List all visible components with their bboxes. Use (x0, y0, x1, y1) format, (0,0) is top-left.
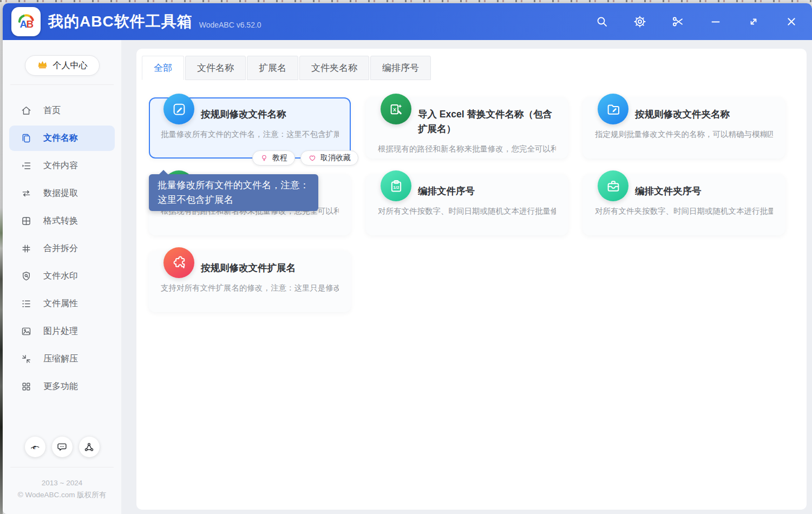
lightbulb-icon (260, 154, 269, 162)
app-version: WodeABC v6.52.0 (199, 21, 261, 29)
personal-center-button[interactable]: 个人中心 (25, 55, 100, 76)
sidebar-item-data-extract[interactable]: 数据提取 (9, 181, 115, 206)
titlebar-actions (595, 15, 812, 28)
pill-label: 教程 (272, 153, 287, 163)
card-description: 对所有文件夹按数字、时间日期或随机文本进行批量 (595, 206, 773, 216)
puzzle-edit-icon (163, 247, 194, 278)
share-button[interactable] (79, 437, 100, 457)
home-icon (21, 105, 32, 116)
app-title: 我的ABC软件工具箱 (48, 11, 193, 32)
sidebar-item-label: 文件水印 (43, 271, 78, 282)
tooltip-line-1: 批量修改所有文件的文件名，注意： (158, 178, 310, 193)
sidebar-item-label: 首页 (43, 105, 61, 116)
heart-icon (308, 154, 317, 162)
sidebar-item-more-features[interactable]: 更多功能 (9, 374, 115, 399)
sidebar-item-file-content[interactable]: 文件内容 (9, 153, 115, 179)
card-导入 Excel 替换文件名称（包含扩展名）[interactable]: X导入 Excel 替换文件名称（包含扩展名）根据现有的路径和新名称来批量修改，… (366, 97, 568, 159)
card-编排文件序号[interactable]: 1/2编排文件序号对所有文件按数字、时间日期或随机文本进行批量修 (366, 174, 568, 235)
sidebar-item-home[interactable]: 首页 (9, 98, 115, 123)
sidebar-footer-buttons: e (3, 437, 121, 457)
sidebar-item-label: 更多功能 (43, 381, 78, 392)
main-area: 全部文件名称扩展名文件夹名称编排序号 批量修改所有文件的文件名，注意： 这里不包… (121, 40, 812, 514)
sidebar-item-format-convert[interactable]: 格式转换 (9, 208, 115, 234)
tab-文件名称[interactable]: 文件名称 (185, 56, 246, 80)
card-按规则修改文件名称[interactable]: 按规则修改文件名称批量修改所有文件的文件名，注意：这里不包含扩展名教程取消收藏 (149, 97, 351, 159)
file-name-icon (21, 133, 32, 144)
sidebar-item-label: 图片处理 (43, 326, 78, 337)
minimize-icon[interactable] (709, 15, 722, 28)
card-title: 导入 Excel 替换文件名称（包含扩展名） (418, 107, 556, 136)
tab-扩展名[interactable]: 扩展名 (247, 56, 298, 80)
pill-label: 取消收藏 (320, 153, 351, 163)
card-description: 指定规则批量修改文件夹的名称，可以精确与模糊匹 (595, 129, 773, 140)
svg-text:X: X (392, 107, 396, 112)
app-window: A B 我的ABC软件工具箱 WodeABC v6.52.0 个人中心 首页文件… (3, 3, 812, 514)
copyright-years: 2013 ~ 2024 (3, 477, 121, 489)
sidebar-item-label: 数据提取 (43, 188, 78, 199)
sidebar-item-label: 文件名称 (43, 133, 78, 144)
svg-text:e: e (33, 443, 36, 451)
image-process-icon (21, 326, 32, 337)
maximize-icon[interactable] (747, 15, 760, 28)
file-props-icon (21, 298, 32, 309)
message-button[interactable] (52, 437, 73, 457)
sidebar-item-file-name[interactable]: 文件名称 (9, 126, 115, 151)
sidebar-item-label: 文件属性 (43, 298, 78, 309)
sidebar-item-label: 压缩解压 (43, 353, 78, 365)
ie-browser-icon: e (29, 441, 41, 453)
merge-split-icon (21, 243, 32, 254)
sidebar-footer: e 2013 ~ 2024 © WodeABC.com 版权所有 (3, 437, 121, 514)
share-icon (83, 441, 95, 453)
sidebar-item-merge-split[interactable]: 合并拆分 (9, 236, 115, 261)
app-logo: A B (11, 7, 41, 36)
unfavorite-button[interactable]: 取消收藏 (300, 150, 358, 166)
data-extract-icon (21, 188, 32, 199)
card-description: 批量修改所有文件的文件名，注意：这里不包含扩展名 (161, 129, 339, 140)
cards-grid: 批量修改所有文件的文件名，注意： 这里不包含扩展名 按规则修改文件名称批量修改所… (149, 97, 807, 312)
card-按规则修改文件夹名称[interactable]: 按规则修改文件夹名称指定规则批量修改文件夹的名称，可以精确与模糊匹 (583, 97, 785, 159)
message-icon (56, 441, 68, 453)
tab-全部[interactable]: 全部 (142, 56, 184, 80)
card-编排文件夹序号[interactable]: 编排文件夹序号对所有文件夹按数字、时间日期或随机文本进行批量 (583, 174, 785, 235)
close-icon[interactable] (785, 15, 798, 28)
folder-sequence-icon (598, 170, 628, 201)
edit-square-icon (163, 94, 194, 124)
excel-edit-icon: X (381, 94, 411, 124)
file-content-icon (21, 160, 32, 172)
crown-icon (37, 59, 48, 73)
settings-icon[interactable] (633, 15, 646, 28)
card-description: 支持对所有文件扩展名的修改，注意：这里只是修改 (161, 283, 339, 293)
card-title: 编排文件夹序号 (635, 184, 773, 199)
sidebar-item-watermark[interactable]: 文件水印 (9, 263, 115, 289)
clipboard-sequence-icon: 1/2 (381, 170, 411, 201)
search-icon[interactable] (595, 15, 608, 28)
ie-browser-button[interactable]: e (25, 437, 45, 457)
copyright-text: © WodeABC.com 版权所有 (3, 489, 121, 501)
tutorial-button[interactable]: 教程 (252, 150, 295, 166)
watermark-icon (21, 271, 32, 282)
tooltip-line-2: 这里不包含扩展名 (158, 193, 310, 207)
sidebar-divider (10, 84, 114, 85)
more-features-icon (21, 381, 32, 392)
tab-文件夹名称[interactable]: 文件夹名称 (299, 56, 369, 80)
sidebar: 个人中心 首页文件名称文件内容数据提取格式转换合并拆分文件水印文件属性图片处理压… (3, 40, 121, 514)
sidebar-item-compress[interactable]: 压缩解压 (9, 346, 115, 372)
sidebar-item-label: 合并拆分 (43, 243, 78, 254)
card-按规则修改文件扩展名[interactable]: 按规则修改文件扩展名支持对所有文件扩展名的修改，注意：这里只是修改 (149, 251, 351, 312)
sidebar-menu: 首页文件名称文件内容数据提取格式转换合并拆分文件水印文件属性图片处理压缩解压更多… (3, 98, 121, 399)
tab-编排序号[interactable]: 编排序号 (370, 56, 431, 80)
card-title: 按规则修改文件名称 (201, 107, 339, 122)
svg-text:B: B (26, 18, 34, 30)
titlebar[interactable]: A B 我的ABC软件工具箱 WodeABC v6.52.0 (3, 3, 812, 40)
card-description: 根据现有的路径和新名称来批量修改，您完全可以利 (378, 144, 556, 154)
compress-icon (21, 353, 32, 365)
sidebar-item-file-props[interactable]: 文件属性 (9, 291, 115, 317)
format-convert-icon (21, 215, 32, 227)
card-title: 按规则修改文件扩展名 (201, 261, 339, 275)
sidebar-item-label: 文件内容 (43, 160, 78, 172)
sidebar-item-label: 格式转换 (43, 215, 78, 227)
sidebar-item-image-process[interactable]: 图片处理 (9, 319, 115, 344)
scissors-icon[interactable] (671, 15, 684, 28)
card-title: 编排文件序号 (418, 184, 556, 199)
tooltip: 批量修改所有文件的文件名，注意： 这里不包含扩展名 (149, 174, 318, 211)
